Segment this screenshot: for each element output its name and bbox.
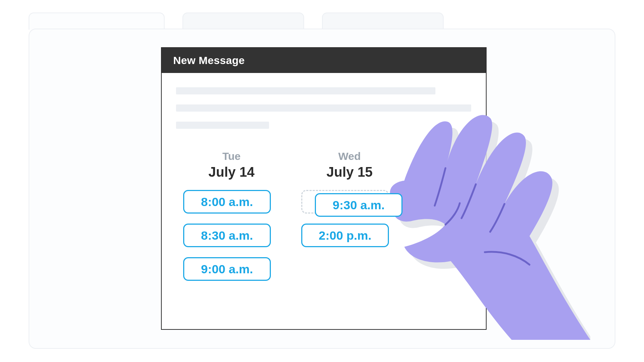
day-of-week: Wed xyxy=(301,150,398,162)
placeholder-line-1 xyxy=(176,87,435,94)
schedule-columns: Tue July 14 8:00 a.m. 8:30 a.m. 9:00 a.m… xyxy=(176,150,472,291)
date-label: July 15 xyxy=(301,165,398,180)
placeholder-line-2 xyxy=(176,104,471,112)
time-slot-button[interactable]: 8:00 a.m. xyxy=(183,190,271,214)
schedule-column-wed: Wed July 15 2:00 p.m. xyxy=(301,150,398,291)
folder-tab-3 xyxy=(322,13,444,30)
message-window: New Message Tue July 14 8:00 a.m. 8:30 a… xyxy=(161,47,487,330)
time-slot-dragged[interactable]: 9:30 a.m. xyxy=(315,193,402,217)
message-body: Tue July 14 8:00 a.m. 8:30 a.m. 9:00 a.m… xyxy=(162,73,486,302)
date-label: July 14 xyxy=(183,165,280,180)
schedule-column-tue: Tue July 14 8:00 a.m. 8:30 a.m. 9:00 a.m… xyxy=(183,150,280,291)
time-slot-button[interactable]: 8:30 a.m. xyxy=(183,224,271,247)
folder-tab-2 xyxy=(182,13,304,30)
message-titlebar: New Message xyxy=(162,48,486,73)
folder-tab-1 xyxy=(29,13,165,30)
placeholder-line-3 xyxy=(176,122,269,129)
day-of-week: Tue xyxy=(183,150,280,162)
time-slot-button[interactable]: 9:00 a.m. xyxy=(183,257,271,281)
message-title: New Message xyxy=(173,54,245,67)
time-slot-button[interactable]: 2:00 p.m. xyxy=(301,224,389,247)
